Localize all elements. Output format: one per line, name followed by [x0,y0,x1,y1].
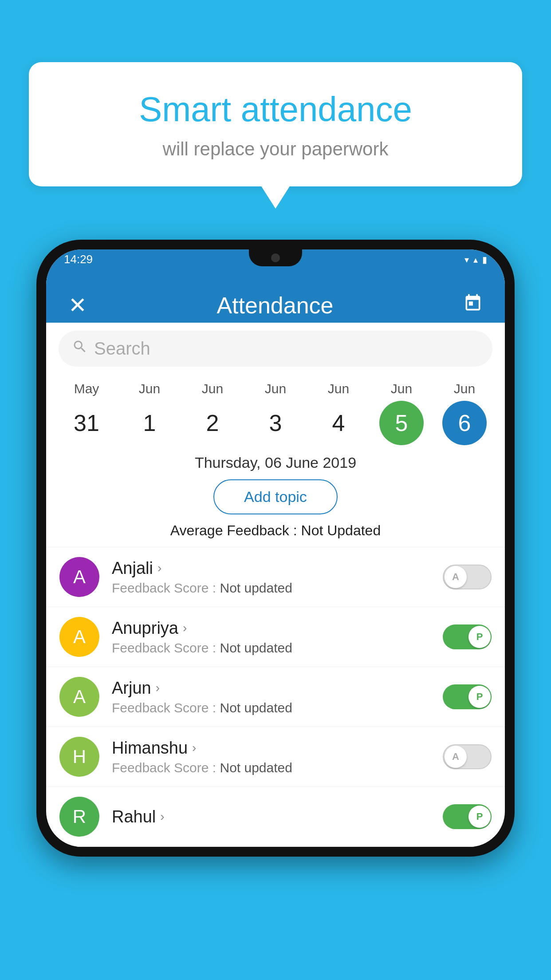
calendar-day-0[interactable]: May 31 [60,381,113,445]
student-info-anupriya: Anupriya › Feedback Score : Not updated [112,619,434,656]
avatar-anupriya: A [59,617,99,657]
speech-bubble-container: Smart attendance will replace your paper… [29,62,522,186]
toggle-himanshu[interactable]: A [443,744,492,769]
student-feedback-arjun: Feedback Score : Not updated [112,700,434,715]
toggle-thumb-anjali: A [445,566,467,588]
notch [249,249,302,266]
bubble-title: Smart attendance [64,89,487,130]
toggle-switch-arjun[interactable]: P [443,684,492,709]
speech-bubble: Smart attendance will replace your paper… [29,62,522,186]
app-title: Attendance [216,292,333,319]
calendar-icon[interactable] [463,293,483,317]
phone-screen: 14:29 ▾ ▴ ▮ ✕ Attendance S [46,249,505,847]
status-time: 14:29 [64,253,93,266]
calendar-day-4[interactable]: Jun 4 [312,381,365,445]
toggle-arjun[interactable]: P [443,684,492,709]
student-name-anupriya: Anupriya › [112,619,434,638]
toggle-anupriya[interactable]: P [443,624,492,649]
search-placeholder: Search [94,339,150,359]
student-feedback-anjali: Feedback Score : Not updated [112,581,434,596]
app-bar: ✕ Attendance [46,269,505,323]
chevron-rahul: › [160,810,164,824]
average-feedback: Average Feedback : Not Updated [46,519,505,547]
student-info-arjun: Arjun › Feedback Score : Not updated [112,679,434,715]
search-icon [72,339,88,359]
chevron-arjun: › [156,681,160,695]
calendar-months-row: May 31 Jun 1 Jun 2 Jun 3 Jun 4 [46,375,505,445]
calendar-day-3[interactable]: Jun 3 [249,381,302,445]
student-info-anjali: Anjali › Feedback Score : Not updated [112,559,434,596]
toggle-switch-anjali[interactable]: A [443,565,492,589]
avg-feedback-value: Not Updated [301,522,381,538]
avatar-himanshu: H [59,737,99,777]
chevron-himanshu: › [192,741,196,755]
toggle-thumb-himanshu: A [445,746,467,768]
student-name-himanshu: Himanshu › [112,739,434,758]
student-name-arjun: Arjun › [112,679,434,698]
student-item-rahul[interactable]: R Rahul › P [46,786,505,847]
student-item-anjali[interactable]: A Anjali › Feedback Score : Not updated … [46,547,505,607]
student-item-arjun[interactable]: A Arjun › Feedback Score : Not updated P [46,667,505,727]
toggle-anjali[interactable]: A [443,565,492,589]
student-name-anjali: Anjali › [112,559,434,578]
bubble-subtitle: will replace your paperwork [64,138,487,160]
avatar-arjun: A [59,677,99,717]
add-topic-button[interactable]: Add topic [213,479,338,514]
chevron-anupriya: › [183,621,187,635]
calendar-day-6[interactable]: Jun 6 [438,381,491,445]
toggle-switch-himanshu[interactable]: A [443,744,492,769]
toggle-switch-anupriya[interactable]: P [443,624,492,649]
signal-icon: ▴ [473,254,478,265]
avg-feedback-label: Average Feedback : [170,522,301,538]
wifi-icon: ▾ [464,254,469,265]
student-name-rahul: Rahul › [112,807,434,826]
toggle-switch-rahul[interactable]: P [443,804,492,829]
search-container[interactable]: Search [59,331,492,367]
avatar-anjali: A [59,557,99,597]
toggle-thumb-rahul: P [468,806,491,828]
toggle-thumb-arjun: P [468,686,491,708]
close-button[interactable]: ✕ [68,292,87,318]
chevron-anjali: › [157,561,161,575]
toggle-rahul[interactable]: P [443,804,492,829]
student-info-rahul: Rahul › [112,807,434,826]
calendar-day-2[interactable]: Jun 2 [186,381,239,445]
student-feedback-anupriya: Feedback Score : Not updated [112,640,434,656]
notch-camera [271,253,280,262]
phone-container: 14:29 ▾ ▴ ▮ ✕ Attendance S [36,240,515,857]
toggle-thumb-anupriya: P [468,626,491,648]
phone-frame: 14:29 ▾ ▴ ▮ ✕ Attendance S [36,240,515,857]
calendar-day-1[interactable]: Jun 1 [123,381,176,445]
student-list: A Anjali › Feedback Score : Not updated … [46,547,505,847]
student-feedback-himanshu: Feedback Score : Not updated [112,760,434,775]
selected-date: Thursday, 06 June 2019 [46,445,505,475]
student-item-anupriya[interactable]: A Anupriya › Feedback Score : Not update… [46,607,505,667]
battery-icon: ▮ [482,254,487,265]
calendar-day-5[interactable]: Jun 5 [375,381,428,445]
status-icons: ▾ ▴ ▮ [464,254,487,265]
avatar-rahul: R [59,797,99,837]
student-info-himanshu: Himanshu › Feedback Score : Not updated [112,739,434,775]
student-item-himanshu[interactable]: H Himanshu › Feedback Score : Not update… [46,727,505,786]
